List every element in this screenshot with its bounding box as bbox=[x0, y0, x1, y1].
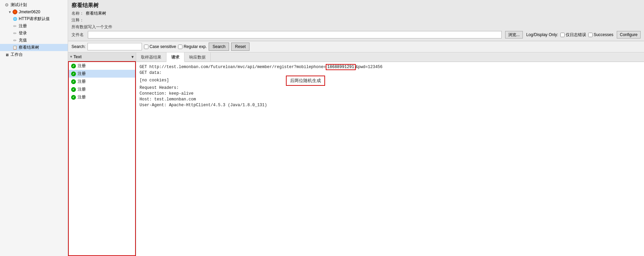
page-title: 察看结果树 bbox=[71, 2, 641, 9]
host-text: Host: test.lemonban.com bbox=[140, 97, 196, 102]
sidebar-label-login: 登录 bbox=[19, 30, 27, 36]
collapse-arrow[interactable]: ▼ bbox=[8, 10, 12, 14]
url-line: GET http://test.lemonban.com/futureloan/… bbox=[140, 65, 641, 69]
filename-input[interactable] bbox=[88, 31, 502, 38]
listener-icon: 📋 bbox=[12, 45, 18, 50]
detail-tabs: 取样器结果 请求 响应数据 bbox=[136, 52, 644, 62]
search-button[interactable]: Search bbox=[209, 43, 229, 51]
main-panel: 察看结果树 名称： 察看结果树 注释： 所有数据写入一个文件 文件名 浏览...… bbox=[68, 0, 644, 256]
result-label-3: 注册 bbox=[78, 86, 86, 92]
connection-text: Connection: keep-alive bbox=[140, 91, 193, 96]
name-label: 名称： bbox=[71, 11, 84, 16]
no-cookies: [no cookies] bbox=[140, 78, 169, 83]
successes-checkbox-label[interactable]: Successes bbox=[588, 32, 613, 37]
detail-panel: 取样器结果 请求 响应数据 GET http://test.lemonban.c… bbox=[136, 52, 644, 256]
pencil-icon-recharge: ✏ bbox=[12, 38, 18, 43]
result-label-2: 注册 bbox=[78, 79, 86, 84]
get-data-line: GET data: bbox=[140, 70, 641, 75]
errors-label: 仅日志错误 bbox=[566, 32, 586, 38]
get-data-label: GET data: bbox=[140, 70, 162, 75]
sidebar-label-workbench: 工作台 bbox=[11, 52, 23, 58]
sidebar-item-workbench[interactable]: 🖥 工作台 bbox=[0, 51, 68, 58]
result-list-panel: ▼ Text ▼ ✓ 注册 ✓ 注册 ✓ 注册 ✓ 注 bbox=[68, 52, 136, 256]
configure-button[interactable]: Configure bbox=[617, 31, 641, 38]
errors-checkbox[interactable] bbox=[560, 33, 565, 37]
tab-sampler-result[interactable]: 取样器结果 bbox=[136, 52, 166, 62]
content-area: ▼ Text ▼ ✓ 注册 ✓ 注册 ✓ 注册 ✓ 注 bbox=[68, 52, 644, 256]
sidebar-label-register: 注册 bbox=[19, 23, 27, 29]
request-headers-label: Request Headers: bbox=[140, 85, 179, 90]
file-note-row: 所有数据写入一个文件 bbox=[71, 24, 641, 30]
case-sensitive-label[interactable]: Case sensitive bbox=[144, 44, 176, 49]
result-item-4[interactable]: ✓ 注册 bbox=[69, 93, 135, 101]
check-icon-0: ✓ bbox=[71, 63, 76, 69]
file-row: 文件名 浏览... Log/Display Only: 仅日志错误 Succes… bbox=[71, 31, 641, 38]
sidebar-item-jmeter[interactable]: ▼ Jmeter0620 bbox=[0, 9, 68, 15]
tab-request[interactable]: 请求 bbox=[166, 52, 184, 62]
tab-response-data[interactable]: 响应数据 bbox=[184, 52, 211, 62]
result-item-0[interactable]: ✓ 注册 bbox=[69, 62, 135, 70]
result-label-1: 注册 bbox=[78, 71, 86, 77]
successes-checkbox[interactable] bbox=[588, 33, 593, 37]
user-agent-text: User-Agent: Apache-HttpClient/4.5.3 (Jav… bbox=[140, 103, 267, 108]
list-dropdown-arrow[interactable]: ▼ bbox=[131, 55, 134, 59]
result-item-3[interactable]: ✓ 注册 bbox=[69, 85, 135, 93]
pencil-icon-register: ✏ bbox=[12, 23, 18, 29]
url-highlighted: 18688991291 bbox=[326, 64, 355, 70]
search-input[interactable] bbox=[87, 43, 142, 50]
sidebar: ⚙ 测试计划 ▼ Jmeter0620 🌐 HTTP请求默认值 ✏ 注册 ✏ 登… bbox=[0, 0, 68, 256]
host-line: Host: test.lemonban.com bbox=[140, 97, 641, 102]
sidebar-item-recharge[interactable]: ✏ 充值 bbox=[0, 37, 68, 44]
check-icon-2: ✓ bbox=[71, 79, 76, 84]
list-collapse-arrow[interactable]: ▼ bbox=[69, 55, 73, 59]
url-prefix: GET http://test.lemonban.com/futureloan/… bbox=[140, 65, 326, 69]
sidebar-label-test-plan: 测试计划 bbox=[11, 2, 27, 8]
annotation-text: 后两位随机生成 bbox=[290, 78, 321, 83]
annotation-box: 后两位随机生成 bbox=[286, 76, 325, 86]
pencil-icon-login: ✏ bbox=[12, 31, 18, 36]
gear-icon: ⚙ bbox=[4, 2, 10, 8]
search-bar: Search: Case sensitive Regular exp. Sear… bbox=[68, 41, 644, 52]
comment-label: 注释： bbox=[71, 17, 84, 23]
sidebar-item-result-tree[interactable]: 📋 察看结果树 bbox=[0, 44, 68, 51]
log-row: Log/Display Only: 仅日志错误 Successes Config… bbox=[526, 31, 641, 38]
connection-line: Connection: keep-alive bbox=[140, 91, 641, 96]
search-label: Search: bbox=[71, 44, 85, 49]
result-list-body: ✓ 注册 ✓ 注册 ✓ 注册 ✓ 注册 ✓ 注册 bbox=[68, 61, 136, 256]
sidebar-item-register[interactable]: ✏ 注册 bbox=[0, 22, 68, 30]
check-icon-4: ✓ bbox=[71, 95, 76, 100]
errors-checkbox-label[interactable]: 仅日志错误 bbox=[560, 32, 586, 38]
check-icon-3: ✓ bbox=[71, 87, 76, 92]
sidebar-label-http: HTTP请求默认值 bbox=[19, 16, 50, 22]
url-suffix: &pwd=123456 bbox=[356, 65, 383, 69]
sidebar-item-login[interactable]: ✏ 登录 bbox=[0, 30, 68, 37]
sidebar-label-recharge: 充值 bbox=[19, 37, 27, 43]
regex-checkbox[interactable] bbox=[178, 45, 182, 49]
result-item-1[interactable]: ✓ 注册 bbox=[69, 70, 135, 78]
comment-row: 注释： bbox=[71, 17, 641, 23]
sidebar-label-jmeter: Jmeter0620 bbox=[19, 10, 40, 14]
sidebar-item-http-default[interactable]: 🌐 HTTP请求默认值 bbox=[0, 15, 68, 22]
name-value: 察看结果树 bbox=[86, 11, 106, 16]
panel-header: 察看结果树 名称： 察看结果树 注释： 所有数据写入一个文件 文件名 浏览...… bbox=[68, 0, 644, 41]
http-icon: 🌐 bbox=[12, 16, 18, 22]
browse-button[interactable]: 浏览... bbox=[505, 31, 523, 38]
log-display-label: Log/Display Only: bbox=[526, 32, 558, 37]
user-agent-line: User-Agent: Apache-HttpClient/4.5.3 (Jav… bbox=[140, 103, 641, 108]
detail-content: GET http://test.lemonban.com/futureloan/… bbox=[136, 62, 644, 256]
case-sensitive-checkbox[interactable] bbox=[144, 45, 148, 49]
result-item-2[interactable]: ✓ 注册 bbox=[69, 78, 135, 85]
result-list-title: Text bbox=[74, 54, 131, 59]
name-row: 名称： 察看结果树 bbox=[71, 11, 641, 16]
request-headers-line: Request Headers: bbox=[140, 85, 641, 90]
sidebar-item-test-plan[interactable]: ⚙ 测试计划 bbox=[0, 1, 68, 9]
filename-label: 文件名 bbox=[71, 32, 84, 38]
jmeter-icon bbox=[12, 9, 18, 15]
result-label-0: 注册 bbox=[78, 63, 86, 69]
result-label-4: 注册 bbox=[78, 94, 86, 100]
check-icon-1: ✓ bbox=[71, 71, 76, 77]
result-list-header: ▼ Text ▼ bbox=[68, 52, 136, 61]
no-cookies-line: [no cookies] bbox=[140, 78, 641, 83]
regex-label[interactable]: Regular exp. bbox=[178, 44, 207, 49]
reset-button[interactable]: Reset bbox=[231, 43, 249, 51]
